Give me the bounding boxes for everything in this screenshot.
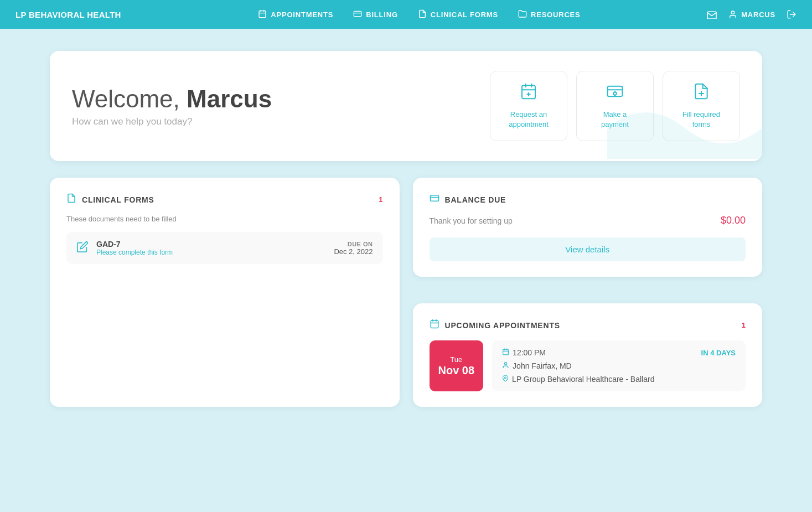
svg-point-32 <box>505 377 506 379</box>
welcome-text: Welcome, Marcus How can we help you toda… <box>72 85 272 127</box>
svg-rect-4 <box>354 11 361 16</box>
appointment-days-away: IN 4 DAYS <box>701 349 736 357</box>
balance-row: Thank you for setting up $0.00 <box>430 215 746 226</box>
forms-nav-icon <box>418 9 427 20</box>
nav-billing[interactable]: BILLING <box>353 9 398 20</box>
fill-forms-label: Fill required forms <box>676 110 726 130</box>
due-label: DUE ON <box>334 241 373 247</box>
bottom-grid: BALANCE DUE Thank you for setting up $0.… <box>50 178 762 407</box>
appointment-item: Tue Nov 08 12:00 PM IN 4 DAYS <box>430 340 746 391</box>
svg-point-31 <box>504 363 506 365</box>
main-content: Welcome, Marcus How can we help you toda… <box>0 29 812 429</box>
make-payment-icon <box>606 82 624 104</box>
clinical-header: CLINICAL FORMS 1 <box>66 193 383 206</box>
left-column: BALANCE DUE Thank you for setting up $0.… <box>413 178 763 407</box>
view-details-button[interactable]: View details <box>430 237 746 261</box>
clinical-badge: 1 <box>379 195 382 204</box>
appointment-location: LP Group Behavioral Healthcare - Ballard <box>502 375 736 384</box>
user-name-label: MARCUS <box>741 11 775 19</box>
upcoming-header: UPCOMING APPOINTMENTS 1 <box>430 319 746 332</box>
nav-clinical-forms[interactable]: CLINICAL FORMS <box>418 9 498 20</box>
nav-appointments[interactable]: APPOINTMENTS <box>258 9 333 20</box>
welcome-username: Marcus <box>187 85 272 112</box>
welcome-card: Welcome, Marcus How can we help you toda… <box>50 51 762 161</box>
appointment-details: 12:00 PM IN 4 DAYS John Fairfax, MD <box>492 340 746 391</box>
form-due: DUE ON Dec 2, 2022 <box>334 241 373 256</box>
request-appointment-label: Request an appointment <box>504 110 554 130</box>
upcoming-title: UPCOMING APPOINTMENTS <box>445 321 560 330</box>
user-menu[interactable]: MARCUS <box>728 10 775 19</box>
appointment-time: 12:00 PM <box>502 348 546 357</box>
upcoming-appointments-card: UPCOMING APPOINTMENTS 1 Tue Nov 08 <box>413 303 763 407</box>
form-item-info: GAD-7 Please complete this form <box>96 240 326 256</box>
balance-amount: $0.00 <box>721 215 746 226</box>
clinical-forms-card: CLINICAL FORMS 1 These documents need to… <box>50 178 400 407</box>
balance-title: BALANCE DUE <box>445 195 506 204</box>
resources-nav-icon <box>518 9 527 20</box>
form-title: GAD-7 <box>96 240 326 249</box>
upcoming-calendar-icon <box>430 319 439 332</box>
balance-description: Thank you for setting up <box>430 216 513 225</box>
due-date: Dec 2, 2022 <box>334 247 373 256</box>
billing-nav-icon <box>353 9 362 20</box>
form-edit-icon <box>76 241 89 256</box>
make-payment-card[interactable]: Make a payment <box>576 71 654 141</box>
appointment-month-day: Nov 08 <box>438 364 475 377</box>
upcoming-badge: 1 <box>742 321 746 329</box>
nav-clinical-forms-label: CLINICAL FORMS <box>431 11 498 19</box>
clinical-forms-icon <box>66 193 76 206</box>
nav-links: APPOINTMENTS BILLING CLINICAL FORMS RESO… <box>154 9 684 20</box>
nav-resources[interactable]: RESOURCES <box>518 9 581 20</box>
fill-forms-card[interactable]: Fill required forms <box>663 71 740 141</box>
welcome-subtitle: How can we help you today? <box>72 116 272 127</box>
nav-resources-label: RESOURCES <box>531 11 581 19</box>
app-brand: LP BEHAVIORAL HEALTH <box>15 10 121 19</box>
svg-rect-23 <box>431 320 438 328</box>
calendar-nav-icon <box>258 9 267 20</box>
svg-rect-21 <box>430 195 438 201</box>
billing-icon <box>430 193 439 206</box>
appointment-time-row: 12:00 PM IN 4 DAYS <box>502 348 736 357</box>
appointment-day: Tue <box>450 355 462 364</box>
nav-billing-label: BILLING <box>366 11 398 19</box>
form-item[interactable]: GAD-7 Please complete this form DUE ON D… <box>66 232 383 264</box>
svg-rect-8 <box>522 85 535 99</box>
balance-card: BALANCE DUE Thank you for setting up $0.… <box>413 178 763 277</box>
clinical-description: These documents need to be filled <box>66 215 383 223</box>
appointment-date-box: Tue Nov 08 <box>430 340 484 391</box>
svg-rect-0 <box>259 11 266 17</box>
location-icon <box>502 375 509 384</box>
fill-forms-icon <box>692 82 710 104</box>
balance-header: BALANCE DUE <box>430 193 746 206</box>
welcome-actions: Request an appointment Make a payment Fi… <box>490 71 740 141</box>
appointment-doctor: John Fairfax, MD <box>502 361 736 370</box>
clinical-title: CLINICAL FORMS <box>82 195 154 204</box>
svg-point-6 <box>731 11 734 14</box>
form-subtitle: Please complete this form <box>96 249 326 256</box>
logout-icon[interactable] <box>787 9 797 19</box>
messages-icon[interactable] <box>706 10 717 19</box>
svg-rect-27 <box>503 350 509 355</box>
nav-right: MARCUS <box>706 9 797 19</box>
nav-appointments-label: APPOINTMENTS <box>271 11 333 19</box>
time-calendar-icon <box>502 348 509 357</box>
welcome-heading: Welcome, Marcus <box>72 85 272 113</box>
doctor-icon <box>502 361 509 370</box>
request-appointment-card[interactable]: Request an appointment <box>490 71 567 141</box>
request-appointment-icon <box>520 82 537 104</box>
make-payment-label: Make a payment <box>590 110 640 130</box>
